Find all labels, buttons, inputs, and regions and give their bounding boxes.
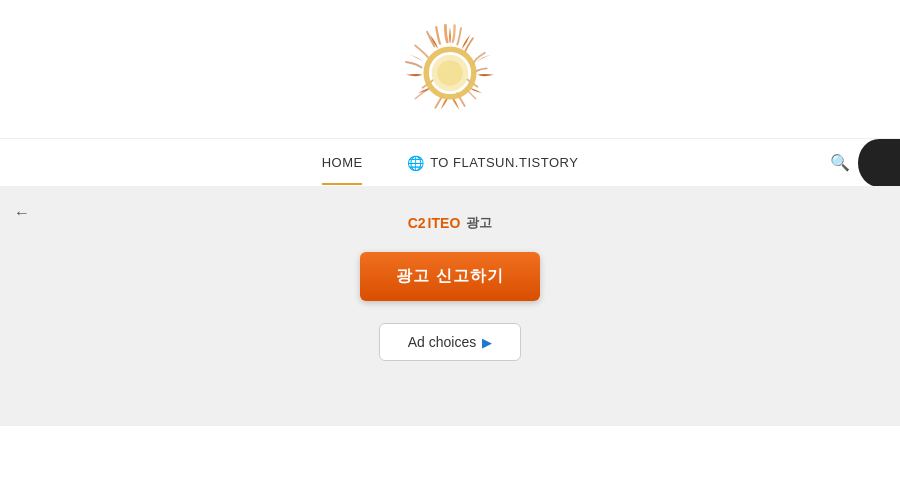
nav-bar: HOME 🌐 TO FLATSUN.TISTORY 🔍 ☰	[0, 138, 900, 186]
dark-mode-icon	[865, 149, 893, 177]
criteo-label: C2ITEO 광고	[408, 214, 493, 232]
svg-point-2	[437, 60, 463, 86]
logo-area	[395, 0, 505, 138]
report-ad-button[interactable]: 광고 신고하기	[360, 252, 539, 301]
header: HOME 🌐 TO FLATSUN.TISTORY 🔍 ☰	[0, 0, 900, 186]
ad-choices-icon: ▶	[482, 335, 492, 350]
sun-logo	[395, 18, 505, 128]
criteo-riteo: ITEO	[428, 215, 461, 231]
ad-choices-button[interactable]: Ad choices ▶	[379, 323, 521, 361]
back-arrow-icon[interactable]: ←	[14, 204, 30, 222]
search-icon[interactable]: 🔍	[830, 153, 850, 172]
nav-item-home[interactable]: HOME	[300, 141, 385, 184]
globe-icon: 🌐	[407, 155, 425, 171]
dark-mode-button[interactable]	[858, 139, 900, 187]
ad-choices-label: Ad choices	[408, 334, 476, 350]
nav-items: HOME 🌐 TO FLATSUN.TISTORY	[300, 141, 601, 185]
ad-section: ← C2ITEO 광고 광고 신고하기 Ad choices ▶	[0, 186, 900, 426]
criteo-ad-text: 광고	[466, 214, 492, 232]
criteo-c2: C2	[408, 215, 426, 231]
nav-item-flatsun[interactable]: 🌐 TO FLATSUN.TISTORY	[385, 141, 601, 185]
